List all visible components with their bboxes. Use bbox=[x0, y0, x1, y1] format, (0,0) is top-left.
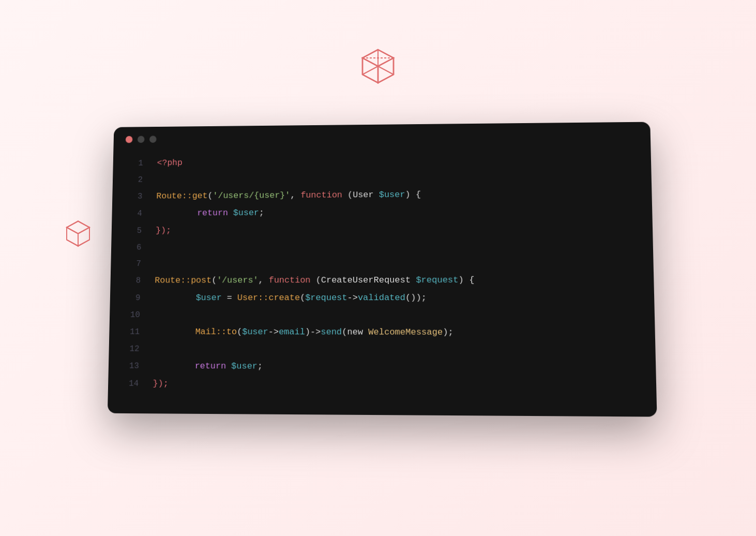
code-line: 10 bbox=[119, 307, 639, 324]
line-number: 12 bbox=[119, 341, 140, 358]
code-line: 4 return $user; bbox=[122, 202, 637, 222]
code-line: 9 $user = User::create($request->validat… bbox=[120, 289, 639, 307]
code-window: 1<?php23Route::get('/users/{user}', func… bbox=[108, 122, 657, 417]
line-number: 7 bbox=[120, 256, 141, 272]
cube-top-icon bbox=[357, 46, 399, 90]
svg-marker-10 bbox=[67, 221, 89, 234]
code-line: 6 bbox=[121, 237, 637, 256]
line-number: 8 bbox=[120, 273, 141, 289]
code-body: 1<?php23Route::get('/users/{user}', func… bbox=[108, 145, 657, 416]
line-content: }); bbox=[153, 375, 169, 393]
line-number: 10 bbox=[119, 307, 140, 323]
line-number: 14 bbox=[118, 375, 139, 392]
line-content: }); bbox=[156, 222, 171, 239]
line-content: return $user; bbox=[156, 204, 264, 222]
svg-line-4 bbox=[378, 66, 394, 75]
line-number: 6 bbox=[121, 240, 141, 256]
code-line: 5}); bbox=[122, 220, 637, 240]
code-line: 7 bbox=[120, 255, 638, 272]
traffic-dot-yellow bbox=[138, 136, 145, 143]
traffic-dot-red bbox=[126, 136, 133, 143]
line-number: 3 bbox=[122, 188, 142, 204]
line-number: 5 bbox=[122, 222, 142, 239]
code-line: 12 bbox=[119, 341, 640, 359]
line-number: 13 bbox=[118, 358, 139, 374]
line-content: $user = User::create($request->validated… bbox=[154, 289, 427, 307]
svg-marker-11 bbox=[67, 228, 78, 246]
scene: 1<?php23Route::get('/users/{user}', func… bbox=[94, 61, 662, 475]
traffic-dot-green bbox=[149, 136, 157, 143]
line-content: Route::get('/users/{user}', function (Us… bbox=[156, 186, 421, 205]
line-content: return $user; bbox=[153, 358, 263, 376]
line-content: <?php bbox=[157, 155, 183, 172]
code-line: 14}); bbox=[118, 375, 640, 395]
line-content: Route::post('/users', function (CreateUs… bbox=[155, 272, 475, 290]
code-line: 3Route::get('/users/{user}', function (U… bbox=[122, 185, 636, 205]
code-line: 8Route::post('/users', function (CreateU… bbox=[120, 271, 638, 289]
line-number: 1 bbox=[123, 155, 143, 171]
line-number: 11 bbox=[119, 324, 140, 340]
line-content: Mail::to($user->email)->send(new Welcome… bbox=[154, 323, 453, 341]
line-number: 9 bbox=[120, 290, 141, 306]
code-line: 11 Mail::to($user->email)->send(new Welc… bbox=[119, 323, 639, 342]
line-number: 4 bbox=[122, 205, 142, 221]
svg-line-3 bbox=[362, 66, 378, 75]
cube-left-icon bbox=[63, 218, 94, 252]
code-line: 13 return $user; bbox=[118, 357, 640, 377]
svg-marker-12 bbox=[78, 228, 89, 246]
line-number: 2 bbox=[123, 172, 143, 188]
